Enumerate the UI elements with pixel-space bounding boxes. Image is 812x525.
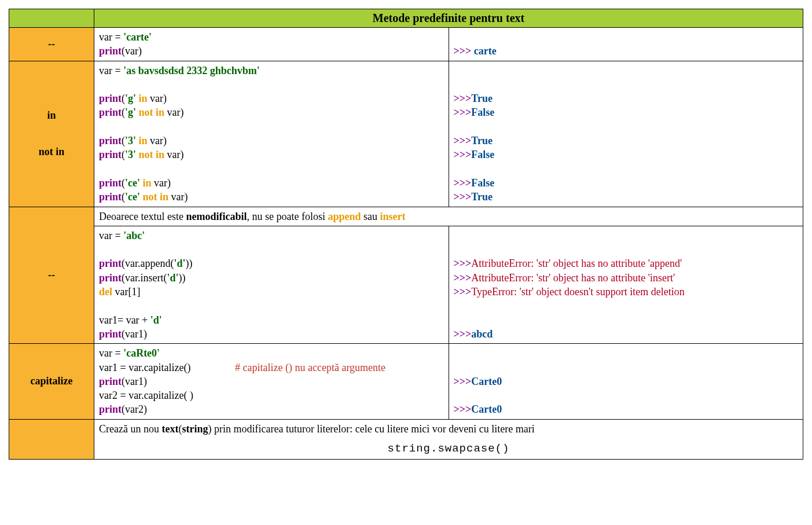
text-bold: nemodificabil: [186, 211, 247, 222]
text: var): [150, 135, 167, 146]
print-kw: print: [99, 191, 122, 203]
text: var[1]: [112, 286, 140, 298]
text: , nu se poate folosi: [247, 211, 328, 222]
text: ) prin modificarea tuturor literelor: ce…: [208, 423, 534, 435]
row5-desc: Crează un nou text(string) prin modifica…: [94, 419, 803, 459]
prompt: >>>: [454, 328, 472, 340]
text: var =: [99, 230, 123, 241]
text: var =: [99, 31, 123, 43]
text: (var2): [122, 403, 147, 415]
error: TypeError: 'str' object doesn't support …: [471, 286, 684, 298]
result: True: [471, 191, 493, 203]
print-kw: print: [99, 107, 122, 118]
result: Carte0: [471, 376, 502, 387]
error: AttributeError: 'str' object has no attr…: [471, 272, 675, 284]
result: False: [471, 177, 494, 189]
result: True: [471, 93, 493, 104]
row3-code: var = 'abc' print(var.append('d')) print…: [94, 226, 449, 343]
row5-label: [9, 419, 94, 459]
string-literal: 'd': [150, 314, 162, 326]
prompt: >>>: [454, 107, 472, 118]
string-literal: 'ce': [125, 177, 140, 189]
op-notin: not in: [136, 149, 167, 160]
row2-code: var = 'as bavsdsdsd 2332 ghbchvbm' print…: [94, 61, 449, 207]
row3-output: >>>AttributeError: 'str' object has no a…: [449, 226, 803, 343]
print-kw: print: [99, 258, 122, 269]
row1-output: >>> carte: [449, 28, 803, 61]
string-literal: 'as bavsdsdsd 2332 ghbchvbm': [123, 65, 260, 76]
kw-insert: insert: [380, 211, 405, 222]
result: abcd: [471, 328, 493, 340]
result: False: [471, 149, 494, 160]
row4-output: >>>Carte0 >>>Carte0: [449, 344, 803, 419]
op-in: in: [136, 93, 150, 104]
op-in: in: [136, 135, 150, 146]
header-blank: [9, 9, 94, 28]
header-title: Metode predefinite pentru text: [94, 9, 803, 28]
row1-code: var = 'carte' print(var): [94, 28, 449, 61]
print-kw: print: [99, 376, 122, 387]
text: var): [150, 93, 167, 104]
text: var1= var +: [99, 314, 150, 326]
print-kw: print: [99, 177, 122, 189]
row3-note: Deoarece textul este nemodificabil, nu s…: [94, 207, 803, 226]
prompt: >>>: [454, 191, 472, 203]
text: (var.append(: [122, 258, 174, 269]
print-kw: print: [99, 328, 122, 340]
string-literal: 'g': [125, 93, 136, 104]
row2-label: in not in: [9, 61, 94, 207]
string-literal: 'd': [167, 272, 178, 284]
result: True: [471, 135, 493, 146]
text: sau: [361, 211, 380, 222]
string-literal: 'carte': [123, 31, 152, 43]
result: Carte0: [471, 403, 502, 415]
text: var): [154, 177, 171, 189]
prompt: >>>: [454, 286, 472, 298]
row2-output: >>>True >>>False >>>True >>>False >>>Fal…: [449, 61, 803, 207]
string-literal: '3': [125, 149, 136, 160]
label-notin: not in: [39, 146, 65, 157]
prompt: >>>: [454, 149, 472, 160]
string-literal: 'abc': [123, 230, 145, 241]
text: var): [167, 107, 184, 118]
methods-table: Metode predefinite pentru text -- var = …: [9, 9, 803, 460]
prompt: >>>: [454, 272, 472, 284]
prompt: >>>: [454, 376, 472, 387]
print-kw: print: [99, 135, 122, 146]
text: (var1): [122, 328, 147, 340]
prompt: >>>: [454, 177, 472, 189]
row4-label: capitalize: [9, 344, 94, 419]
text: var =: [99, 347, 123, 359]
text: (var1): [122, 376, 147, 387]
text: var): [167, 149, 184, 160]
print-kw: print: [99, 403, 122, 415]
text: Crează un nou: [99, 423, 161, 435]
del-kw: del: [99, 286, 112, 298]
prompt: >>>: [454, 45, 474, 57]
text: (var.insert(: [122, 272, 167, 284]
string-literal: 'caRte0': [123, 347, 160, 359]
result: False: [471, 107, 494, 118]
text-bold: text: [161, 423, 178, 435]
print-kw: print: [99, 45, 122, 57]
result: carte: [474, 45, 497, 57]
prompt: >>>: [454, 403, 472, 415]
text: )): [179, 272, 186, 284]
text: var2 = var.capitalize( ): [99, 390, 193, 401]
error: AttributeError: 'str' object has no attr…: [471, 258, 682, 269]
string-literal: 'd': [174, 258, 185, 269]
text-bold: string: [182, 423, 208, 435]
row1-label: --: [9, 28, 94, 61]
prompt: >>>: [454, 135, 472, 146]
string-literal: 'ce': [125, 191, 140, 203]
text: var): [171, 191, 188, 203]
op-notin: not in: [136, 107, 167, 118]
op-in: in: [140, 177, 154, 189]
row3-label: --: [9, 207, 94, 344]
print-kw: print: [99, 272, 122, 284]
text: Deoarece textul este: [99, 211, 186, 222]
print-kw: print: [99, 93, 122, 104]
code-snippet: string.swapcase(): [99, 442, 798, 457]
comment: # capitalize () nu acceptă argumente: [235, 362, 385, 373]
string-literal: 'g': [125, 107, 136, 118]
